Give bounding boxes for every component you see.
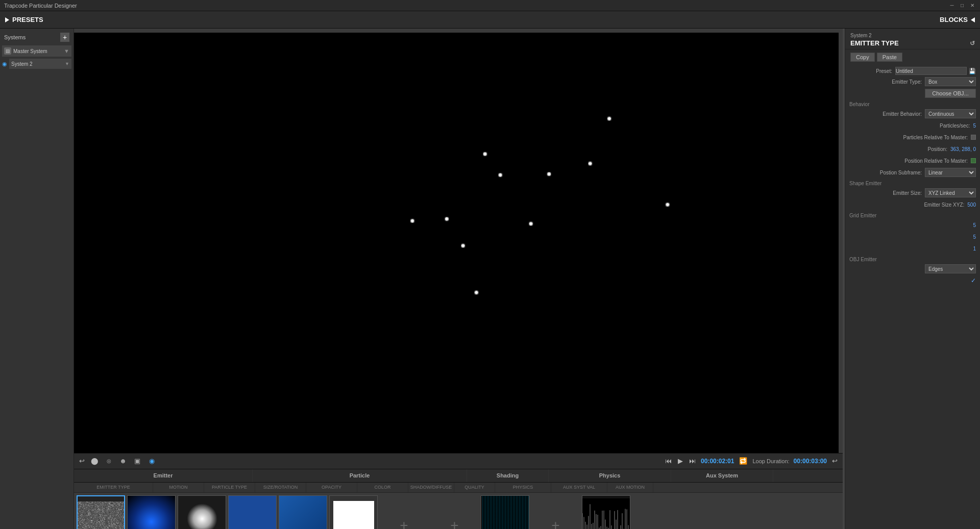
obj-emitter-title: OBJ Emitter	[849, 257, 976, 262]
emitter-behavior-row: Emitter Behavior: Continuous Burst	[849, 109, 976, 119]
titlebar: Trapcode Particular Designer ─ □ ✕	[0, 0, 980, 11]
particle-channel: Particle	[253, 469, 467, 482]
panel-title: EMITTER TYPE ↺	[850, 39, 975, 47]
channels-header: Emitter Particle Shading Physics Aux Sys…	[74, 469, 843, 483]
opacity-thumb-visual	[279, 496, 327, 529]
card-physics[interactable]: PHYSICS	[481, 495, 529, 529]
preview-container	[74, 33, 839, 453]
position-value: 363, 288, 0	[950, 146, 976, 152]
card-aux[interactable]: AUX OFF	[582, 495, 630, 529]
system2-eye-icon: ◉	[2, 61, 7, 67]
subchannel-physics: PHYSICS	[495, 483, 551, 492]
subchannel-shadow: SHADOW/DIFFUSE	[408, 483, 454, 492]
play-button[interactable]: ▶	[677, 457, 684, 465]
card-emitter-type-thumb	[78, 496, 124, 529]
subchannel-size-rotation: SIZE/ROTATION	[255, 483, 306, 492]
grid-emitter-title: Grid Emitter	[849, 213, 976, 218]
loop-duration-label: Loop Duration:	[752, 458, 789, 464]
obj-emitter-dropdown[interactable]: Edges Faces Vertices	[925, 264, 976, 273]
screen-icon[interactable]: ▣	[132, 456, 142, 466]
add-aux-syst-button[interactable]: +	[531, 495, 580, 529]
card-motion[interactable]: MOTION	[127, 495, 176, 529]
checkmark-row: ✓	[849, 275, 976, 286]
emitter-size-xyz-value: 500	[967, 202, 976, 208]
position-label: Position:	[849, 146, 950, 152]
particles-relative-checkbox[interactable]	[971, 135, 976, 140]
subchannel-aux-motion: AUX MOTION	[607, 483, 653, 492]
physics-thumb-visual	[481, 496, 529, 529]
emitter-behavior-label: Emitter Behavior:	[849, 111, 925, 117]
card-emitter-type[interactable]: EMITTER TYPE	[77, 495, 125, 529]
paste-button[interactable]: Paste	[877, 53, 902, 62]
choose-obj-row: Choose OBJ...	[849, 88, 976, 98]
position-subframe-dropdown[interactable]: Linear None	[925, 168, 976, 177]
copy-button[interactable]: Copy	[850, 53, 875, 62]
minimize-btn[interactable]: ─	[948, 2, 955, 9]
undo-button[interactable]: ↩	[78, 457, 86, 465]
right-panel: System 2 EMITTER TYPE ↺ Copy Paste Prese…	[845, 29, 980, 529]
system2-dropdown[interactable]: System 2 ▼	[9, 59, 71, 69]
panel-reset-button[interactable]: ↺	[970, 40, 975, 47]
emitter-type-dropdown[interactable]: Box Sphere Point	[925, 77, 976, 86]
emitter-size-label: Emitter Size:	[849, 190, 925, 196]
aux-thumb-canvas	[582, 498, 630, 529]
color-thumb-visual	[333, 501, 374, 529]
card-color[interactable]: COLOR Default	[329, 495, 378, 529]
transport-bar: ↩ ⬤ ◎ ☻ ▣ ◉ ⏮ ▶ ⏭ 00:00:02:01 🔁 Loop Dur…	[74, 453, 843, 469]
app-title: Trapcode Particular Designer	[4, 3, 77, 9]
reset-transport-button[interactable]: ↩	[831, 457, 839, 465]
eye-icon[interactable]: ◉	[146, 456, 157, 466]
blocks-section[interactable]: BLOCKS	[940, 16, 975, 23]
save-preset-icon[interactable]: 💾	[969, 68, 976, 74]
grid-val3: 1	[973, 246, 976, 251]
system-indicator: System 2	[850, 33, 975, 38]
preset-input[interactable]	[895, 67, 967, 75]
emitter-size-xyz-label: Emitter Size XYZ:	[849, 202, 967, 208]
checkmark-icon: ✓	[971, 277, 976, 284]
card-physics-thumb	[481, 496, 529, 529]
window-controls[interactable]: ─ □ ✕	[948, 2, 976, 9]
aux-channel-label: Aux System	[706, 472, 738, 478]
grid-val3-row: 1	[849, 243, 976, 254]
maximize-btn[interactable]: □	[959, 2, 966, 9]
add-system-button[interactable]: +	[60, 33, 69, 42]
presets-section[interactable]: PRESETS	[5, 16, 43, 23]
systems-header: Systems +	[0, 31, 74, 44]
emitter-channel: Emitter	[74, 469, 253, 482]
center-area: ↩ ⬤ ◎ ☻ ▣ ◉ ⏮ ▶ ⏭ 00:00:02:01 🔁 Loop Dur…	[74, 29, 843, 529]
particles-relative-row: Particles Relative To Master:	[849, 132, 976, 142]
blocks-arrow-icon	[971, 17, 975, 22]
particles-sec-row: Particles/sec: 5	[849, 120, 976, 131]
emitter-behavior-dropdown[interactable]: Continuous Burst	[925, 109, 976, 118]
subchannels-header: EMITTER TYPE MOTION PARTICLE TYPE SIZE/R…	[74, 483, 843, 493]
emitter-type-row: Emitter Type: Box Sphere Point	[849, 77, 976, 87]
position-relative-checkbox[interactable]	[971, 158, 976, 163]
card-size-rotation-thumb	[229, 496, 276, 529]
ripple-icon[interactable]: ◎	[104, 456, 114, 466]
emitter-size-dropdown[interactable]: XYZ Linked XYZ Individual	[925, 188, 976, 197]
loop-button[interactable]: 🔁	[738, 457, 748, 465]
top-bar: PRESETS BLOCKS	[0, 11, 980, 29]
obj-emitter-row: Edges Faces Vertices	[849, 264, 976, 274]
card-size-rotation[interactable]: SIZE/ROTATION Default	[228, 495, 277, 529]
forward-button[interactable]: ⏭	[688, 457, 697, 465]
master-system-dropdown[interactable]: ▤ Master System ▼	[2, 45, 71, 57]
position-subframe-row: Postion Subframe: Linear None	[849, 167, 976, 178]
grid-val1: 5	[973, 222, 976, 228]
position-subframe-label: Postion Subframe:	[849, 170, 925, 175]
record-button[interactable]: ⬤	[90, 457, 100, 465]
add-quality-button[interactable]: +	[430, 495, 479, 529]
loop-duration: 00:00:03:00	[794, 458, 827, 465]
subchannel-color: COLOR	[357, 483, 408, 492]
close-btn[interactable]: ✕	[969, 2, 976, 9]
preset-row: Preset: 💾	[849, 67, 976, 75]
card-particle-type[interactable]: PARTICLE TYPE Default	[178, 495, 226, 529]
particles-relative-label: Particles Relative To Master:	[849, 135, 971, 140]
master-dropdown-arrow: ▼	[64, 48, 69, 54]
card-opacity-thumb	[279, 496, 327, 529]
choose-obj-button[interactable]: Choose OBJ...	[925, 89, 976, 98]
face-icon[interactable]: ☻	[118, 456, 128, 466]
rewind-button[interactable]: ⏮	[664, 457, 673, 465]
add-shading-button[interactable]: +	[380, 495, 428, 529]
card-opacity[interactable]: OPACITY Default	[279, 495, 327, 529]
